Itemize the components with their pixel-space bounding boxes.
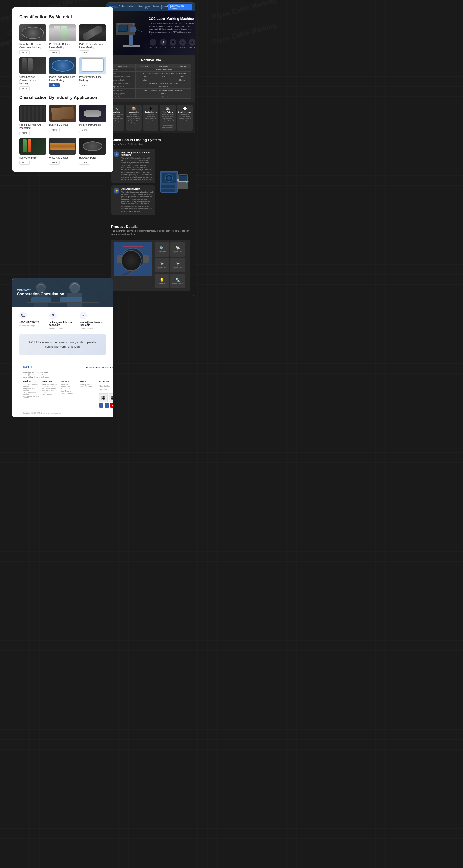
td-cooling-label: Cooling System	[110, 95, 135, 99]
linkedin-icon[interactable]: in	[99, 403, 103, 408]
youtube-icon[interactable]: ▶	[110, 403, 113, 408]
footer-product-item4[interactable]: MOPA Laser Marking Machine	[23, 395, 39, 399]
footer-product-item2[interactable]: Fiber Laser Marking Machine	[23, 388, 39, 391]
interior-label: Interior Details	[172, 283, 183, 284]
product-hero-desc: Unique 9.3 wavelength laser, more conduc…	[148, 22, 195, 36]
feature-easy: ⚙ Easy to use	[169, 39, 176, 50]
more-btn-chemicals[interactable]: More	[19, 161, 30, 164]
footer-about-item1[interactable]: About SWELL	[99, 385, 113, 387]
nav-cta-button[interactable]: Get SWELL CO2 Proposal	[168, 4, 192, 10]
product-label-pet: PET Plastic Bottles Laser Marking	[49, 43, 76, 49]
footer-product-item3[interactable]: UV Laser Marking Machine	[23, 392, 39, 395]
svg-point-7	[69, 285, 72, 288]
th-model: Model/Item	[110, 64, 135, 68]
interior-icon: 🔩	[175, 278, 180, 282]
more-btn-hardware[interactable]: More	[79, 161, 90, 164]
nav-link-application[interactable]: Application	[127, 5, 136, 9]
aided-machine-illustration	[159, 166, 190, 197]
footer-social: in f ▶	[99, 403, 113, 408]
nav-link-service[interactable]: Service	[153, 5, 159, 9]
footer-col-product: Product CO2 Laser Marking Machine Fiber …	[23, 380, 39, 408]
field-lens-label: Field Lens	[158, 251, 166, 253]
tech-row-cooling: Cooling System Air cooling system	[110, 95, 192, 99]
product-img-pet	[49, 24, 76, 41]
product-card-medical: Medical Instruments More	[79, 105, 106, 135]
product-card-plastic: Plastic Rigid Containers Laser Marking M…	[49, 57, 76, 90]
advanced-desc: The system is equipped with software and…	[121, 191, 153, 212]
product-img-wires	[49, 138, 76, 155]
durable-label: Durable	[189, 46, 195, 48]
contact-info-grid: 📞 +86-15262335070 Support Whatsapp ✉ sel…	[19, 312, 106, 330]
facebook-icon[interactable]: f	[105, 403, 109, 408]
nav-link-news[interactable]: News	[138, 5, 143, 9]
tech-row-laser: Laser Sealed metal radio frequency carbo…	[110, 72, 192, 75]
contact-info-section: 📞 +86-15262335070 Support Whatsapp ✉ sel…	[12, 307, 113, 362]
more-btn-food[interactable]: More	[19, 131, 30, 135]
compatible-label: Compatible	[148, 46, 157, 48]
svg-rect-41	[117, 255, 123, 262]
td-power-w040: 140W	[154, 75, 173, 79]
optical-path1-icon: 📡	[175, 246, 180, 250]
td-laser-value: Sealed metal radio frequency carbon diox…	[135, 72, 192, 75]
customization-icon: ⚙	[144, 107, 158, 111]
contact-tag: CONTACT	[17, 289, 64, 292]
customization-title: Customization	[144, 111, 158, 113]
footer-email1: admin@swell-laser-tech.com	[23, 372, 113, 374]
footer-service-item3[interactable]: Customization	[61, 388, 78, 390]
service-card-accessories: 📦 Accessories Use original accessories a…	[126, 105, 141, 130]
detail-main-svg	[113, 242, 152, 276]
footer-solutions-item4[interactable]: Glass Bottles	[42, 394, 59, 395]
footer-product-item1[interactable]: CO2 Laser Marking Machine	[23, 384, 39, 387]
contact-hero: CONTACT Cooperation Consultation	[12, 278, 113, 307]
product-card-food: Food, Beverage And Packaging More	[19, 105, 46, 135]
more-btn-metal[interactable]: More	[19, 51, 30, 54]
feature-flexible: ⚡ Flexible	[160, 39, 167, 50]
footer-news-item1[interactable]: Industry News	[80, 384, 97, 385]
footer-about-item2[interactable]: Contact Us	[99, 389, 113, 391]
more-btn-building[interactable]: More	[49, 128, 60, 132]
td-wavelength-w020: 9.3um	[135, 79, 154, 82]
nav-link-product[interactable]: Product	[119, 5, 125, 9]
footer-news-item2[interactable]: Company News	[80, 386, 97, 388]
nav-link-about[interactable]: About Us	[145, 5, 151, 9]
footer-copyright: Copyright © 2023 SWELL Laser. All rights…	[23, 412, 62, 414]
footer-solutions-item3[interactable]: PVC PP Pipes & Cable	[42, 390, 59, 393]
more-btn-glass[interactable]: More	[19, 86, 30, 90]
footer-solutions-item1[interactable]: Metal And Aluminum Cans Laser Marking	[42, 384, 59, 387]
td-power-w060: 160W	[173, 75, 191, 79]
svg-point-38	[126, 252, 140, 266]
footer-service-item2[interactable]: Accessories	[61, 386, 78, 388]
footer-service-item5[interactable]: Quick Response	[61, 392, 78, 394]
nav-link-contact[interactable]: Contact Us	[161, 5, 168, 9]
more-btn-pet[interactable]: More	[49, 51, 60, 54]
training-desc: We will rely on our own professional adv…	[161, 114, 174, 129]
more-btn-medical[interactable]: More	[79, 128, 90, 132]
more-btn-paper[interactable]: More	[79, 83, 90, 87]
product-img-chemicals	[19, 138, 46, 155]
more-btn-pipe[interactable]: More	[79, 51, 90, 54]
product-card-wires: Wires And Cables More	[49, 138, 76, 164]
more-btn-wires[interactable]: More	[49, 161, 60, 164]
advanced-title: Advanced System	[121, 188, 153, 190]
svg-point-20	[118, 24, 119, 25]
footer-service-item4[interactable]: User Training	[61, 390, 78, 392]
more-btn-plastic[interactable]: More	[49, 83, 60, 87]
classification-material-title: Classification By Material	[19, 14, 106, 20]
customization-desc: One-to-one professional customization, a…	[144, 114, 158, 123]
tech-row-material: Material PA aluminum structure	[110, 68, 192, 72]
footer-service-item1[interactable]: Installation	[61, 384, 78, 385]
response-icon: 💬	[178, 107, 192, 111]
aided-content: ◈ High Integration & Compact Structure T…	[111, 149, 190, 215]
compatible-icon: ✦	[150, 39, 156, 45]
spacer	[5, 177, 104, 273]
feature-reliable: ♦ Reliable	[179, 39, 186, 50]
product-label-glass: Glass Bottles & Containers Laser Marking	[19, 75, 46, 85]
classification-material-panel: Classification By Material Metal And Alu…	[12, 7, 113, 172]
footer-solutions-item2[interactable]: PET Plastic Bottles	[42, 388, 59, 389]
product-details-section: Product Details This laser marking syste…	[106, 220, 195, 296]
td-laser-label: Laser	[110, 72, 135, 75]
hero-section: CO2 Laser Marking Machine Unique 9.3 wav…	[106, 11, 195, 55]
tech-table-header: Model/Item CO2-W020 CO2-W040 CO2-W060	[110, 64, 192, 68]
aided-features-list: ◈ High Integration & Compact Structure T…	[111, 149, 155, 215]
footer-col-solutions: Solutions Metal And Aluminum Cans Laser …	[42, 380, 59, 408]
